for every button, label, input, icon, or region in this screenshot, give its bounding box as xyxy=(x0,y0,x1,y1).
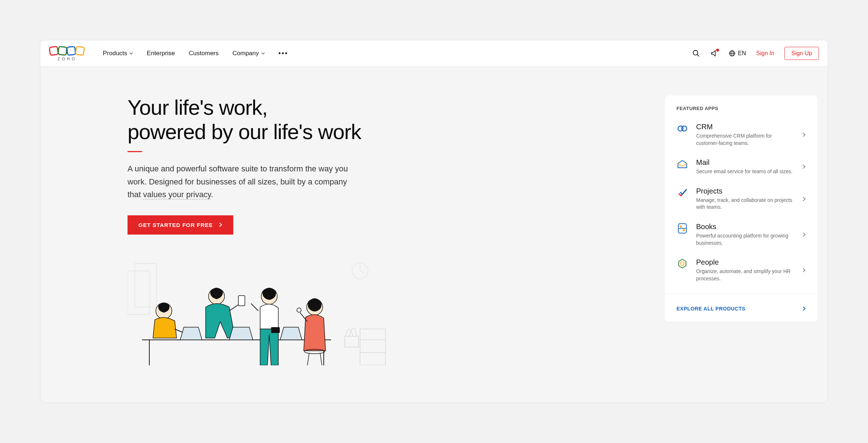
topbar-right: EN Sign In Sign Up xyxy=(692,47,819,60)
app-row-mail[interactable]: Mail Secure email service for teams of a… xyxy=(665,153,817,181)
hero-content: Your life's work, powered by our life's … xyxy=(40,95,389,367)
app-desc: Manage, track, and collaborate on projec… xyxy=(696,197,794,211)
svg-rect-10 xyxy=(135,264,157,307)
svg-line-31 xyxy=(320,353,322,365)
svg-rect-20 xyxy=(238,296,245,306)
mail-icon xyxy=(677,158,688,170)
svg-line-13 xyxy=(360,271,364,273)
svg-line-30 xyxy=(307,353,309,365)
svg-point-37 xyxy=(682,126,687,131)
explore-all-link[interactable]: EXPLORE ALL PRODUCTS xyxy=(665,300,817,312)
title-underline xyxy=(128,151,142,152)
app-desc: Powerful accounting platform for growing… xyxy=(696,232,794,247)
explore-label: EXPLORE ALL PRODUCTS xyxy=(677,306,746,312)
featured-apps-heading: FEATURED APPS xyxy=(665,106,817,117)
svg-rect-33 xyxy=(360,329,385,365)
people-icon xyxy=(677,258,688,270)
app-desc: Organize, automate, and simplify your HR… xyxy=(696,268,794,282)
app-text: Mail Secure email service for teams of a… xyxy=(696,158,794,175)
language-label: EN xyxy=(738,50,746,57)
app-row-people[interactable]: People Organize, automate, and simplify … xyxy=(665,252,817,288)
books-icon xyxy=(677,223,688,234)
chevron-right-icon xyxy=(802,268,806,273)
app-row-projects[interactable]: Projects Manage, track, and collaborate … xyxy=(665,181,817,217)
app-text: Projects Manage, track, and collaborate … xyxy=(696,187,794,211)
nav-customers[interactable]: Customers xyxy=(189,50,219,57)
svg-point-4 xyxy=(693,50,698,55)
hero-title-line1: Your life's work, xyxy=(128,95,375,120)
app-desc: Comprehensive CRM platform for customer-… xyxy=(696,133,794,147)
app-text: CRM Comprehensive CRM platform for custo… xyxy=(696,123,794,147)
chevron-right-icon xyxy=(802,132,806,137)
app-title: Mail xyxy=(696,158,794,167)
app-row-crm[interactable]: CRM Comprehensive CRM platform for custo… xyxy=(665,117,817,153)
logo-text: ZOHO xyxy=(58,57,77,61)
announcements-button[interactable] xyxy=(710,49,718,57)
svg-point-40 xyxy=(683,229,685,231)
featured-apps-card: FEATURED APPS CRM Comprehensive CRM plat… xyxy=(665,95,817,322)
svg-line-5 xyxy=(697,54,699,56)
nav-company[interactable]: Company xyxy=(233,50,265,57)
crm-icon xyxy=(677,123,688,134)
get-started-button[interactable]: GET STARTED FOR FREE xyxy=(128,215,233,235)
privacy-link[interactable]: values your privacy xyxy=(143,190,211,199)
divider xyxy=(665,294,817,294)
svg-point-39 xyxy=(680,225,682,228)
notification-dot xyxy=(716,49,719,52)
hero-title: Your life's work, powered by our life's … xyxy=(128,95,375,144)
svg-line-24 xyxy=(251,304,258,311)
app-row-books[interactable]: Books Powerful accounting platform for g… xyxy=(665,217,817,252)
app-title: People xyxy=(696,258,794,267)
hero-description: A unique and powerful software suite to … xyxy=(128,162,360,201)
nav-enterprise[interactable]: Enterprise xyxy=(147,50,175,57)
svg-rect-32 xyxy=(345,336,359,347)
nav-company-label: Company xyxy=(233,50,259,57)
language-selector[interactable]: EN xyxy=(728,50,746,57)
logo-mark xyxy=(49,45,85,56)
hero-section: Your life's work, powered by our life's … xyxy=(40,66,828,367)
signin-link[interactable]: Sign In xyxy=(756,50,774,57)
chevron-right-icon xyxy=(802,164,806,169)
svg-point-42 xyxy=(681,262,684,265)
svg-point-28 xyxy=(297,308,301,312)
app-text: People Organize, automate, and simplify … xyxy=(696,258,794,282)
nav-products[interactable]: Products xyxy=(103,50,133,57)
search-button[interactable] xyxy=(692,49,700,57)
chevron-right-icon xyxy=(219,222,222,227)
svg-rect-1 xyxy=(58,46,67,55)
search-icon xyxy=(692,49,700,57)
projects-icon xyxy=(677,187,688,199)
app-title: Books xyxy=(696,223,794,231)
chevron-down-icon xyxy=(261,52,265,55)
topbar: ZOHO Products Enterprise Customers Compa… xyxy=(40,40,828,66)
cta-label: GET STARTED FOR FREE xyxy=(138,222,213,228)
nav-more[interactable] xyxy=(279,52,287,54)
hero-desc-post: . xyxy=(211,190,213,199)
main-nav: Products Enterprise Customers Company xyxy=(103,50,287,57)
svg-rect-0 xyxy=(49,46,58,56)
nav-products-label: Products xyxy=(103,50,127,57)
chevron-right-icon xyxy=(802,306,806,311)
svg-rect-3 xyxy=(76,46,85,56)
chevron-down-icon xyxy=(129,52,133,55)
svg-rect-9 xyxy=(128,271,149,314)
hero-illustration xyxy=(128,256,375,367)
svg-rect-2 xyxy=(67,46,76,55)
app-title: Projects xyxy=(696,187,794,195)
app-desc: Secure email service for teams of all si… xyxy=(696,168,794,175)
app-title: CRM xyxy=(696,123,794,131)
svg-rect-25 xyxy=(271,327,280,333)
more-icon xyxy=(279,52,287,54)
logo[interactable]: ZOHO xyxy=(49,45,85,61)
nav-customers-label: Customers xyxy=(189,50,219,57)
nav-enterprise-label: Enterprise xyxy=(147,50,175,57)
chevron-right-icon xyxy=(802,196,806,202)
hero-title-line2: powered by our life's work xyxy=(128,120,375,144)
page-frame: ZOHO Products Enterprise Customers Compa… xyxy=(40,40,828,403)
globe-icon xyxy=(728,50,736,57)
signup-button[interactable]: Sign Up xyxy=(784,47,819,60)
chevron-right-icon xyxy=(802,232,806,237)
app-text: Books Powerful accounting platform for g… xyxy=(696,223,794,247)
